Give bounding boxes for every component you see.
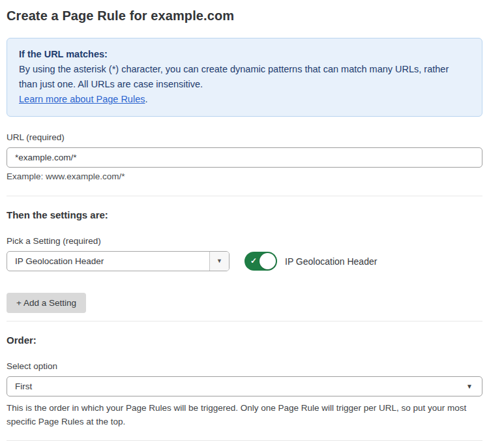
setting-select-value: IP Geolocation Header <box>7 252 209 271</box>
setting-select-caret-button[interactable]: ▼ <box>209 252 229 271</box>
settings-section-heading: Then the settings are: <box>7 209 482 220</box>
add-setting-button[interactable]: + Add a Setting <box>7 293 86 313</box>
page-rule-form: Create a Page Rule for example.com If th… <box>0 0 489 448</box>
url-example-text: Example: www.example.com/* <box>7 172 482 181</box>
order-select-label: Select option <box>7 361 482 371</box>
order-select[interactable]: First ▼ <box>7 376 482 396</box>
info-box-heading: If the URL matches: <box>19 47 470 62</box>
order-section-heading: Order: <box>7 335 482 346</box>
check-icon: ✓ <box>250 256 257 266</box>
info-box-body: By using the asterisk (*) character, you… <box>19 62 449 92</box>
page-title: Create a Page Rule for example.com <box>7 8 482 23</box>
order-help-text: This is the order in which your Page Rul… <box>7 401 479 428</box>
geolocation-toggle[interactable]: ✓ <box>244 252 277 271</box>
toggle-knob <box>259 253 276 269</box>
divider <box>7 196 482 196</box>
setting-picker-label: Pick a Setting (required) <box>7 236 482 246</box>
url-input[interactable] <box>7 147 482 168</box>
url-field-label: URL (required) <box>7 132 482 142</box>
url-match-info-box: If the URL matches: By using the asteris… <box>7 38 482 117</box>
divider <box>7 321 482 321</box>
order-select-value: First <box>15 381 466 391</box>
setting-row: IP Geolocation Header ▼ ✓ IP Geolocation… <box>7 251 482 271</box>
info-box-link-line: Learn more about Page Rules. <box>19 92 470 107</box>
setting-select[interactable]: IP Geolocation Header ▼ <box>7 251 230 271</box>
link-suffix: . <box>145 94 147 104</box>
chevron-down-icon: ▼ <box>216 258 222 264</box>
toggle-label: IP Geolocation Header <box>285 256 377 267</box>
divider <box>7 440 482 441</box>
chevron-down-icon: ▼ <box>466 383 473 390</box>
learn-more-link[interactable]: Learn more about Page Rules <box>19 94 145 104</box>
